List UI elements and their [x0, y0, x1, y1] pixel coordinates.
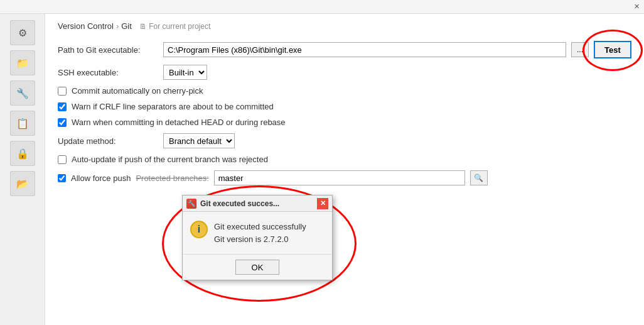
- detached-label: Warn when committing in detached HEAD or…: [72, 118, 286, 127]
- dialog-title-content: 🔧 Git executed succes...: [186, 199, 279, 209]
- cherry-pick-label: Commit automatically on cherry-pick: [72, 86, 203, 96]
- dialog-message: Git executed successfully Git version is…: [214, 221, 306, 245]
- git-path-input[interactable]: [163, 42, 566, 57]
- dialog-footer: OK: [183, 254, 332, 280]
- protected-branches-input[interactable]: [214, 170, 465, 185]
- sidebar-icon-5[interactable]: 🔒: [10, 141, 35, 166]
- browse-button[interactable]: ...: [571, 42, 589, 57]
- update-method-select[interactable]: Branch default: [163, 133, 235, 148]
- cherry-pick-row: Commit automatically on cherry-pick: [58, 86, 631, 96]
- auto-update-label: Auto-update if push of the current branc…: [72, 155, 268, 164]
- sidebar-icon-4[interactable]: 📋: [10, 111, 35, 136]
- breadcrumb-current: Git: [121, 21, 132, 31]
- auto-update-row: Auto-update if push of the current branc…: [58, 155, 631, 164]
- detached-row: Warn when committing in detached HEAD or…: [58, 118, 631, 127]
- breadcrumb-parent: Version Control: [58, 21, 114, 31]
- sidebar-icon-6[interactable]: 📂: [10, 171, 35, 196]
- dialog-title: Git executed succes...: [200, 199, 279, 208]
- dialog-body: i Git executed successfully Git version …: [183, 212, 332, 254]
- allow-force-push-checkbox[interactable]: [58, 174, 66, 182]
- crlf-row: Warn if CRLF line separators are about t…: [58, 102, 631, 111]
- test-button[interactable]: Test: [594, 41, 631, 58]
- sidebar-icon-2[interactable]: 📁: [10, 50, 35, 75]
- protected-browse-button[interactable]: 🔍: [470, 170, 488, 185]
- crlf-label: Warn if CRLF line separators are about t…: [72, 102, 274, 111]
- sidebar-icon-3[interactable]: 🔧: [10, 80, 35, 106]
- dialog-message-line1: Git executed successfully: [214, 221, 306, 233]
- cherry-pick-checkbox[interactable]: [58, 87, 67, 96]
- main-window: ✕ ⚙ 📁 🔧 📋 🔒 📂 Version Control › Git 🗎 Fo…: [0, 0, 644, 325]
- title-bar: ✕: [0, 0, 644, 14]
- sidebar-icon-1[interactable]: ⚙: [10, 20, 35, 45]
- dialog-message-line2: Git version is 2.7.2.0: [214, 233, 306, 246]
- breadcrumb: Version Control › Git 🗎 For current proj…: [58, 21, 631, 31]
- breadcrumb-sub: 🗎 For current project: [139, 22, 210, 31]
- ssh-select[interactable]: Built-in: [163, 65, 207, 80]
- detached-checkbox[interactable]: [58, 118, 67, 127]
- dialog-ok-button[interactable]: OK: [235, 260, 279, 275]
- update-method-label: Update method:: [58, 136, 158, 146]
- info-icon: i: [190, 221, 208, 238]
- sidebar: ⚙ 📁 🔧 📋 🔒 📂: [0, 14, 45, 325]
- main-content: Version Control › Git 🗎 For current proj…: [45, 14, 644, 325]
- ssh-label: SSH executable:: [58, 68, 158, 77]
- dialog[interactable]: 🔧 Git executed succes... ✕ i Git execute…: [182, 195, 333, 280]
- allow-force-push-label: Allow force push: [71, 174, 131, 183]
- crlf-checkbox[interactable]: [58, 102, 67, 111]
- git-path-label: Path to Git executable:: [58, 45, 158, 55]
- protected-branches-label: Protected branches:: [136, 174, 208, 183]
- git-path-row: Path to Git executable: ... Test: [58, 41, 631, 58]
- force-push-row: Allow force push Protected branches: 🔍: [58, 170, 631, 185]
- ssh-row: SSH executable: Built-in: [58, 65, 631, 80]
- dialog-title-bar: 🔧 Git executed succes... ✕: [183, 196, 332, 212]
- dialog-app-icon: 🔧: [186, 199, 196, 209]
- update-method-row: Update method: Branch default: [58, 133, 631, 148]
- test-btn-wrapper: Test: [594, 41, 631, 58]
- auto-update-checkbox[interactable]: [58, 155, 67, 164]
- breadcrumb-separator: ›: [116, 21, 119, 31]
- dialog-close-button[interactable]: ✕: [317, 198, 328, 209]
- close-button[interactable]: ✕: [631, 2, 641, 12]
